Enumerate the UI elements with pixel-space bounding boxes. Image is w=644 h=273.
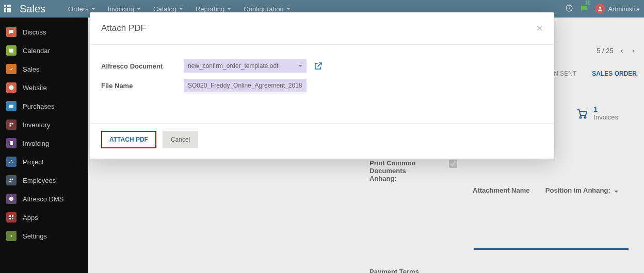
attach-pdf-modal: Attach PDF × Alfresco Document new_confi… (90, 12, 554, 159)
alfresco-document-dropdown[interactable]: new_confirm_order_template.odt (184, 59, 307, 73)
modal-header: Attach PDF × (90, 12, 554, 45)
external-link-icon[interactable] (314, 61, 323, 71)
modal-overlay: Attach PDF × Alfresco Document new_confi… (0, 0, 644, 273)
label-file-name: File Name (101, 82, 184, 90)
modal-footer: ATTACH PDF Cancel (90, 123, 554, 159)
label-alfresco-document: Alfresco Document (101, 62, 184, 70)
chevron-down-icon (298, 65, 302, 67)
modal-body: Alfresco Document new_confirm_order_temp… (90, 45, 554, 123)
cancel-button[interactable]: Cancel (163, 131, 198, 148)
attach-pdf-button[interactable]: ATTACH PDF (101, 131, 156, 148)
modal-title: Attach PDF (101, 23, 146, 33)
close-icon[interactable]: × (536, 22, 543, 35)
file-name-input[interactable] (184, 79, 307, 92)
